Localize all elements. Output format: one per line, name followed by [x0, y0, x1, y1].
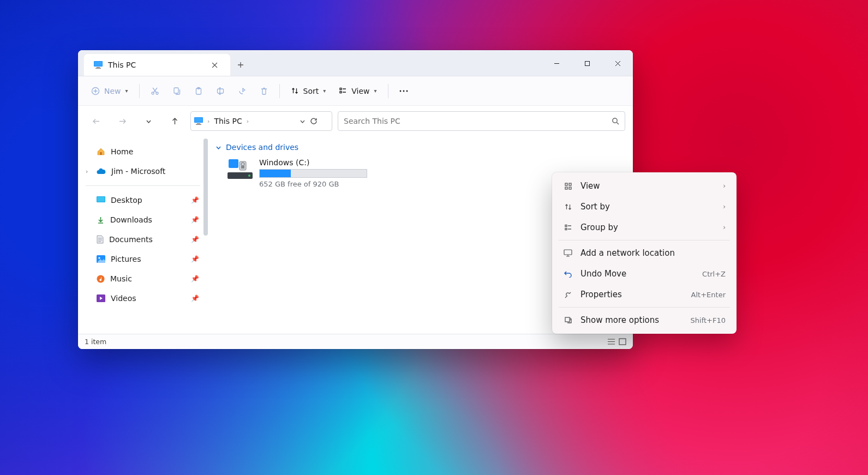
svg-rect-13: [340, 92, 342, 93]
chevron-down-icon: [215, 145, 222, 151]
address-bar[interactable]: › This PC ›: [190, 111, 332, 131]
breadcrumb-location[interactable]: This PC: [214, 117, 242, 125]
sidebar-item-onedrive[interactable]: › Jim - Microsoft: [82, 161, 203, 181]
wrench-icon: [563, 291, 573, 299]
context-menu-undo-move[interactable]: Undo Move Ctrl+Z: [555, 263, 733, 284]
sidebar-item-label: Documents: [109, 235, 153, 244]
chevron-right-icon: ›: [723, 182, 726, 190]
copy-button[interactable]: [167, 81, 187, 101]
svg-rect-42: [565, 317, 570, 322]
sort-button[interactable]: Sort ▾: [285, 81, 332, 101]
sidebar-item-pictures[interactable]: Pictures 📌: [82, 249, 203, 269]
context-menu-label: Group by: [580, 223, 618, 232]
home-icon: [97, 147, 105, 156]
status-bar: 1 item: [78, 334, 633, 349]
sidebar-item-label: Home: [111, 147, 133, 156]
context-menu-shortcut: Ctrl+Z: [702, 270, 726, 278]
cut-button[interactable]: [145, 81, 165, 101]
cloud-icon: [97, 168, 106, 175]
documents-icon: [97, 235, 104, 244]
svg-point-15: [403, 90, 404, 92]
new-label: New: [104, 87, 121, 95]
breadcrumb-separator-icon: ›: [247, 118, 249, 125]
drive-free-text: 652 GB free of 920 GB: [259, 180, 367, 188]
group-icon: [563, 224, 573, 232]
svg-rect-22: [100, 152, 102, 155]
pin-icon: 📌: [191, 255, 199, 263]
close-tab-button[interactable]: [207, 58, 222, 72]
new-button[interactable]: New ▾: [86, 81, 134, 101]
context-menu-properties[interactable]: Properties Alt+Enter: [555, 284, 733, 305]
desktop-icon: [97, 196, 105, 204]
context-menu-label: Undo Move: [580, 269, 626, 279]
sidebar-item-label: Desktop: [111, 196, 142, 205]
share-button[interactable]: [232, 81, 252, 101]
sidebar-item-downloads[interactable]: Downloads 📌: [82, 210, 203, 230]
sidebar-item-videos[interactable]: Videos 📌: [82, 288, 203, 308]
recent-locations-button[interactable]: [138, 111, 159, 131]
search-input[interactable]: [344, 117, 612, 125]
svg-rect-1: [94, 62, 102, 66]
breadcrumb-separator-icon: ›: [207, 118, 209, 125]
sidebar-item-desktop[interactable]: Desktop 📌: [82, 190, 203, 210]
context-menu-add-network-location[interactable]: Add a network location: [555, 243, 733, 263]
command-bar: New ▾ Sort ▾ View ▾: [78, 76, 633, 106]
view-button[interactable]: View ▾: [333, 81, 382, 101]
monitor-icon: [194, 117, 203, 125]
tab-this-pc[interactable]: This PC: [83, 53, 231, 76]
svg-rect-20: [196, 124, 201, 125]
context-menu-label: Show more options: [580, 315, 659, 325]
sidebar-item-music[interactable]: Music 📌: [82, 269, 203, 288]
context-menu-show-more-options[interactable]: Show more options Shift+F10: [555, 310, 733, 330]
forward-button[interactable]: [112, 111, 133, 131]
chevron-down-icon: ▾: [125, 88, 128, 94]
monitor-icon: [94, 61, 103, 69]
address-row: › This PC ›: [78, 106, 633, 136]
context-menu-label: Properties: [580, 290, 622, 299]
sort-icon: [563, 203, 573, 211]
svg-point-14: [399, 90, 401, 92]
svg-rect-39: [565, 225, 567, 226]
sidebar-item-label: Downloads: [110, 215, 152, 224]
maximize-button[interactable]: [572, 50, 602, 76]
sidebar-item-home[interactable]: Home: [82, 142, 203, 161]
close-window-button[interactable]: [602, 50, 633, 76]
context-menu-shortcut: Alt+Enter: [691, 291, 726, 299]
thumbnails-view-button[interactable]: [619, 338, 626, 345]
minimize-button[interactable]: [541, 50, 572, 76]
details-view-button[interactable]: [607, 338, 615, 345]
chevron-down-icon: ▾: [323, 88, 326, 94]
svg-rect-24: [97, 197, 105, 202]
delete-button[interactable]: [254, 81, 274, 101]
context-menu-view[interactable]: View ›: [555, 176, 733, 196]
context-menu-label: View: [580, 181, 600, 191]
refresh-button[interactable]: [310, 117, 328, 125]
svg-rect-41: [564, 250, 572, 255]
rename-button[interactable]: [211, 81, 230, 101]
address-dropdown-button[interactable]: [300, 118, 306, 124]
search-box[interactable]: [338, 111, 625, 131]
new-tab-button[interactable]: [231, 53, 250, 76]
svg-rect-8: [174, 88, 178, 93]
context-menu-sort-by[interactable]: Sort by ›: [555, 196, 733, 217]
navigation-pane: Home › Jim - Microsoft Desktop 📌 Downloa…: [78, 136, 207, 334]
svg-rect-2: [97, 67, 100, 68]
paste-button[interactable]: [189, 81, 208, 101]
chevron-right-icon: ›: [723, 203, 726, 211]
pin-icon: 📌: [191, 236, 199, 243]
svg-rect-38: [569, 187, 571, 189]
group-header-devices[interactable]: Devices and drives: [211, 143, 624, 152]
svg-rect-40: [565, 228, 567, 230]
drive-capacity-bar: [259, 169, 367, 178]
svg-rect-18: [195, 118, 202, 122]
chevron-right-icon: ›: [723, 224, 726, 231]
more-button[interactable]: [394, 81, 414, 101]
up-button[interactable]: [164, 111, 185, 131]
more-options-icon: [563, 316, 573, 324]
sidebar-item-documents[interactable]: Documents 📌: [82, 230, 203, 249]
context-menu-group-by[interactable]: Group by ›: [555, 217, 733, 238]
search-icon: [612, 117, 619, 125]
drive-label: Windows (C:): [259, 158, 367, 167]
title-bar: This PC: [78, 50, 633, 76]
back-button[interactable]: [86, 111, 106, 131]
